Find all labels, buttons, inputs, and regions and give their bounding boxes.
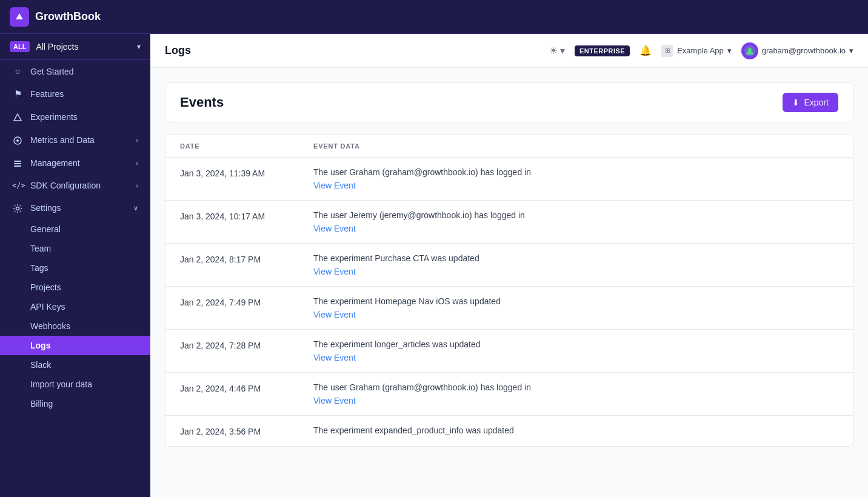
topbar: GrowthBook [0,0,868,34]
table-row: Jan 2, 2024, 8:17 PM The experiment Purc… [165,244,853,287]
main-layout: ALL All Projects ▾ ○ Get Started ⚑ Featu… [0,34,868,497]
page-content: Events ⬇ Export DATE EVENT DATA Jan 3, 2… [150,68,868,497]
svg-rect-4 [14,165,21,167]
app-name: Example App [677,46,724,55]
export-label: Export [804,98,829,107]
svg-rect-2 [14,161,21,162]
sidebar-item-label: Metrics and Data [30,135,95,145]
logo-text: GrowthBook [35,10,101,23]
features-icon: ⚑ [12,88,23,99]
event-text: The user Jeremy (jeremy@growthbook.io) h… [313,210,838,220]
sidebar-item-label: Features [30,89,64,99]
view-event-link[interactable]: View Event [313,181,838,190]
sidebar-item-label: SDK Configuration [30,181,101,190]
metrics-icon [12,135,23,145]
date-cell: Jan 2, 2024, 4:46 PM [180,382,313,393]
view-event-link[interactable]: View Event [313,353,838,362]
view-event-link[interactable]: View Event [313,310,838,319]
logo: GrowthBook [10,7,101,27]
sidebar-subitem-label: API Keys [30,302,65,312]
page-header: Events ⬇ Export [165,82,853,122]
table-row: Jan 2, 2024, 3:56 PM The experiment expa… [165,416,853,446]
sidebar-item-experiments[interactable]: Experiments [0,105,150,128]
sidebar-subitem-logs[interactable]: Logs [0,336,150,355]
sidebar-subitem-label: Team [30,244,51,253]
sidebar-subitem-projects[interactable]: Projects [0,278,150,297]
export-button[interactable]: ⬇ Export [783,93,838,112]
project-name: All Projects [36,42,131,52]
chevron-right-icon: › [136,136,138,144]
sidebar-subitem-label: General [30,224,61,234]
sidebar-item-metrics-and-data[interactable]: Metrics and Data › [0,128,150,152]
chevron-right-icon: › [136,159,138,167]
sidebar-subitem-label: Billing [30,399,53,409]
sidebar-subitem-label: Slack [30,360,51,370]
sidebar-item-settings[interactable]: Settings ∨ [0,196,150,219]
event-cell: The user Jeremy (jeremy@growthbook.io) h… [313,210,838,233]
col-event-data: EVENT DATA [313,142,838,150]
view-event-link[interactable]: View Event [313,267,838,276]
view-event-link[interactable]: View Event [313,224,838,233]
date-cell: Jan 2, 2024, 7:49 PM [180,296,313,307]
sidebar-item-sdk-configuration[interactable]: </> SDK Configuration › [0,175,150,196]
sidebar-subitem-slack[interactable]: Slack [0,355,150,375]
sidebar-subitem-webhooks[interactable]: Webhooks [0,316,150,336]
avatar [741,42,758,59]
logo-icon [10,7,29,27]
sdk-icon: </> [12,181,23,190]
chevron-down-icon: ∨ [133,204,138,212]
project-selector[interactable]: ALL All Projects ▾ [0,34,150,60]
sidebar-item-management[interactable]: Management › [0,152,150,175]
sidebar-item-features[interactable]: ⚑ Features [0,82,150,105]
download-icon: ⬇ [792,98,800,107]
app-selector[interactable]: ⊞ Example App ▾ [661,45,732,57]
sidebar-subitem-api-keys[interactable]: API Keys [0,297,150,316]
theme-button[interactable]: ☀ ▾ [549,45,565,56]
settings-icon [12,202,23,213]
app-icon: ⊞ [661,45,673,57]
event-text: The user Graham (graham@growthbook.io) h… [313,167,838,177]
event-text: The experiment longer_articles was updat… [313,339,838,349]
svg-point-1 [16,139,19,142]
date-cell: Jan 3, 2024, 11:39 AM [180,167,313,178]
experiments-icon [12,112,23,122]
sidebar-subitem-label: Logs [30,341,50,350]
sidebar-item-label: Settings [30,203,61,213]
event-cell: The experiment expanded_product_info was… [313,425,838,435]
event-cell: The user Graham (graham@growthbook.io) h… [313,167,838,190]
sidebar-subitem-team[interactable]: Team [0,239,150,258]
sidebar-subitem-billing[interactable]: Billing [0,394,150,413]
table-row: Jan 3, 2024, 11:39 AM The user Graham (g… [165,158,853,201]
content-header: Logs ☀ ▾ ENTERPRISE 🔔 ⊞ Example App ▾ [150,34,868,68]
notifications-button[interactable]: 🔔 [639,45,652,56]
sidebar-subitem-import-your-data[interactable]: Import your data [0,375,150,394]
sidebar-item-get-started[interactable]: ○ Get Started [0,60,150,82]
col-date: DATE [180,142,313,150]
table-header: DATE EVENT DATA [165,135,853,158]
event-cell: The experiment Purchase CTA was updated … [313,253,838,276]
chevron-down-icon: ▾ [560,45,565,56]
chevron-down-icon: ▾ [849,46,853,55]
table-row: Jan 3, 2024, 10:17 AM The user Jeremy (j… [165,201,853,244]
sidebar-subitem-label: Projects [30,282,61,292]
sidebar-subitem-general[interactable]: General [0,219,150,239]
chevron-down-icon: ▾ [137,42,141,51]
date-cell: Jan 2, 2024, 3:56 PM [180,425,313,436]
user-email: graham@growthbook.io [762,46,846,55]
event-text: The experiment Homepage Nav iOS was upda… [313,296,838,306]
page-title: Events [180,95,224,110]
date-cell: Jan 2, 2024, 7:28 PM [180,339,313,350]
chevron-down-icon: ▾ [727,46,732,55]
header-right: ☀ ▾ ENTERPRISE 🔔 ⊞ Example App ▾ [549,42,853,59]
project-badge: ALL [10,41,30,52]
sidebar-item-label: Get Started [30,67,74,76]
user-selector[interactable]: graham@growthbook.io ▾ [741,42,853,59]
event-text: The experiment expanded_product_info was… [313,425,838,435]
chevron-right-icon: › [136,182,138,189]
event-cell: The experiment longer_articles was updat… [313,339,838,362]
content-area: Logs ☀ ▾ ENTERPRISE 🔔 ⊞ Example App ▾ [150,34,868,497]
events-table: DATE EVENT DATA Jan 3, 2024, 11:39 AM Th… [165,135,853,447]
view-event-link[interactable]: View Event [313,396,838,405]
sidebar-subitem-tags[interactable]: Tags [0,258,150,278]
table-row: Jan 2, 2024, 4:46 PM The user Graham (gr… [165,373,853,416]
